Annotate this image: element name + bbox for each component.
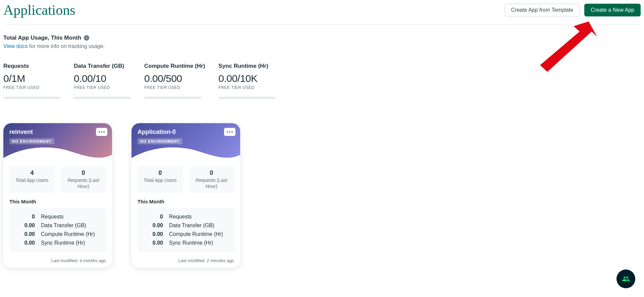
metric-progress-bar — [74, 97, 131, 99]
stat-value: 0 — [140, 169, 180, 177]
stat-value: 0 — [63, 169, 103, 177]
month-row: 0.00 Data Transfer (GB) — [14, 221, 101, 230]
card-header: reinvent NO ENVIRONMENT — [3, 123, 112, 163]
support-chat-button[interactable] — [616, 269, 635, 281]
create-new-app-button[interactable]: Create a New App — [584, 4, 641, 16]
metric-subtext: FREE TIER USED — [74, 85, 131, 90]
metric-title: Requests — [3, 63, 60, 69]
month-row: 0.00 Compute Runtime (Hr) — [14, 230, 101, 239]
this-month-heading: This Month — [138, 199, 234, 204]
stat-label: Requests (Last Hour) — [192, 177, 231, 189]
metric-progress-bar — [218, 97, 275, 99]
stat-total-users: 4 Total App Users — [9, 166, 55, 193]
stat-requests-last-hour: 0 Requests (Last Hour) — [189, 166, 234, 193]
metric-title: Data Transfer (GB) — [74, 63, 131, 69]
month-label: Data Transfer (GB) — [169, 222, 229, 229]
month-value: 0.00 — [14, 231, 41, 237]
last-modified: Last modified: 2 minutes ago — [138, 258, 234, 263]
month-label: Requests — [41, 214, 101, 220]
card-menu-button[interactable] — [224, 128, 235, 136]
month-label: Sync Runtime (Hr) — [41, 240, 101, 246]
metric-title: Sync Runtime (Hr) — [218, 63, 275, 69]
month-value: 0.00 — [142, 231, 169, 237]
last-modified: Last modified: 4 months ago — [9, 258, 106, 263]
metric-value: 0.00/10 — [74, 73, 131, 84]
card-header: Application-0 NO ENVIRONMENT — [131, 123, 240, 163]
wave-decoration — [3, 145, 112, 163]
page-title: Applications — [3, 2, 75, 18]
month-value: 0 — [142, 214, 169, 220]
month-row: 0 Requests — [14, 212, 101, 221]
environment-badge: NO ENVIRONMENT — [9, 138, 54, 144]
metric-subtext: FREE TIER USED — [218, 85, 275, 90]
stat-label: Requests (Last Hour) — [63, 177, 103, 189]
usage-heading: Total App Usage, This Month — [3, 35, 81, 41]
stat-requests-last-hour: 0 Requests (Last Hour) — [61, 166, 106, 193]
month-value: 0.00 — [14, 222, 41, 229]
this-month-heading: This Month — [9, 199, 106, 204]
metric-value: 0/1M — [3, 73, 60, 84]
metric-progress-bar — [144, 97, 201, 99]
applications-grid: reinvent NO ENVIRONMENT 4 Total App User… — [3, 123, 641, 268]
month-row: 0.00 Sync Runtime (Hr) — [142, 239, 229, 247]
app-name: reinvent — [9, 129, 106, 136]
month-label: Data Transfer (GB) — [41, 222, 101, 229]
metric-progress-bar — [3, 97, 60, 99]
month-row: 0 Requests — [142, 212, 229, 221]
month-value: 0.00 — [14, 240, 41, 246]
metric-subtext: FREE TIER USED — [144, 85, 205, 90]
people-icon — [622, 275, 630, 281]
month-row: 0.00 Compute Runtime (Hr) — [142, 230, 229, 239]
wave-decoration — [131, 145, 240, 163]
create-from-template-button[interactable]: Create App from Template — [505, 4, 580, 16]
month-value: 0 — [14, 214, 41, 220]
month-row: 0.00 Sync Runtime (Hr) — [14, 239, 101, 247]
month-label: Requests — [169, 214, 229, 220]
usage-section: Total App Usage, This Month i View docs … — [3, 24, 641, 99]
header-actions: Create App from Template Create a New Ap… — [505, 4, 641, 16]
month-table: 0 Requests 0.00 Data Transfer (GB) 0.00 … — [138, 208, 234, 252]
month-value: 0.00 — [142, 240, 169, 246]
month-label: Compute Runtime (Hr) — [41, 231, 101, 237]
metrics-row: Requests 0/1M FREE TIER USED Data Transf… — [3, 63, 641, 99]
info-icon[interactable]: i — [84, 35, 89, 41]
stat-total-users: 0 Total App Users — [138, 166, 183, 193]
usage-metric: Sync Runtime (Hr) 0.00/10K FREE TIER USE… — [218, 63, 275, 99]
page-header: Applications Create App from Template Cr… — [3, 0, 641, 24]
stat-pair: 4 Total App Users 0 Requests (Last Hour) — [9, 166, 106, 193]
usage-docs: View docs for more info on tracking usag… — [3, 43, 641, 49]
environment-badge: NO ENVIRONMENT — [138, 138, 182, 144]
usage-header: Total App Usage, This Month i — [3, 35, 641, 41]
month-label: Sync Runtime (Hr) — [169, 240, 229, 246]
card-menu-button[interactable] — [96, 128, 107, 136]
metric-value: 0.00/500 — [144, 73, 205, 84]
metric-value: 0.00/10K — [218, 73, 275, 84]
card-body: 4 Total App Users 0 Requests (Last Hour)… — [3, 163, 112, 268]
app-name: Application-0 — [138, 129, 234, 136]
metric-subtext: FREE TIER USED — [3, 85, 60, 90]
stat-label: Total App Users — [12, 177, 52, 183]
month-value: 0.00 — [142, 222, 169, 229]
application-card[interactable]: reinvent NO ENVIRONMENT 4 Total App User… — [3, 123, 112, 268]
month-row: 0.00 Data Transfer (GB) — [142, 221, 229, 230]
month-table: 0 Requests 0.00 Data Transfer (GB) 0.00 … — [9, 208, 106, 252]
view-docs-link[interactable]: View docs — [3, 43, 28, 49]
stat-pair: 0 Total App Users 0 Requests (Last Hour) — [138, 166, 234, 193]
usage-metric: Compute Runtime (Hr) 0.00/500 FREE TIER … — [144, 63, 205, 99]
month-label: Compute Runtime (Hr) — [169, 231, 229, 237]
stat-label: Total App Users — [140, 177, 180, 183]
metric-title: Compute Runtime (Hr) — [144, 63, 205, 69]
card-body: 0 Total App Users 0 Requests (Last Hour)… — [131, 163, 240, 268]
stat-value: 4 — [12, 169, 52, 177]
stat-value: 0 — [192, 169, 231, 177]
usage-metric: Data Transfer (GB) 0.00/10 FREE TIER USE… — [74, 63, 131, 99]
usage-metric: Requests 0/1M FREE TIER USED — [3, 63, 60, 99]
usage-docs-suffix: for more info on tracking usage. — [28, 43, 105, 49]
application-card[interactable]: Application-0 NO ENVIRONMENT 0 Total App… — [131, 123, 240, 268]
